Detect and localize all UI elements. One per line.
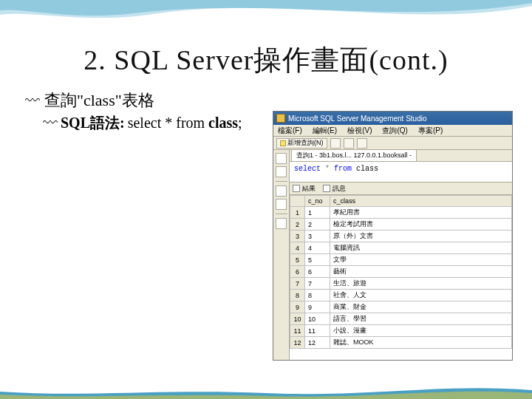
col-header-cclass[interactable]: c_class: [330, 196, 512, 207]
main-pane: 查詢1 - 3b1.bos.l... 127.0.0.1.booksall - …: [290, 150, 512, 360]
results-tab-messages[interactable]: 訊息: [323, 184, 346, 194]
bullet-icon: 〰: [25, 92, 40, 109]
bottom-wave-decoration: [0, 383, 532, 399]
window-title: Microsoft SQL Server Management Studio: [288, 115, 427, 123]
results-tabs: 結果 訊息: [290, 183, 512, 195]
query-tab[interactable]: 查詢1 - 3b1.bos.l... 127.0.0.1.booksall -: [291, 149, 417, 161]
tool-icon[interactable]: [276, 185, 287, 197]
cell-cno: 4: [305, 242, 330, 254]
sidebar: [273, 150, 290, 360]
row-number: 5: [290, 254, 305, 266]
sql-kw-select: select: [128, 115, 162, 131]
toolbar-icon[interactable]: [330, 138, 341, 149]
col-header-rownum[interactable]: [290, 196, 305, 207]
row-number: 4: [290, 242, 305, 254]
cell-cclass: 小說、漫畫: [330, 325, 512, 337]
cell-cno: 7: [305, 278, 330, 290]
new-query-label: 新增查詢(N): [287, 138, 324, 148]
table-row[interactable]: 1010語言、學習: [290, 313, 512, 325]
window-titlebar[interactable]: Microsoft SQL Server Management Studio: [273, 112, 512, 125]
editor-kw-select: select: [294, 165, 321, 173]
menu-edit[interactable]: 編輯(E): [313, 126, 337, 136]
cell-cno: 2: [305, 219, 330, 231]
slide-title: 2. SQL Server操作畫面(cont.): [22, 41, 510, 79]
new-query-button[interactable]: 新增查詢(N): [276, 138, 327, 149]
editor-ident: class: [356, 165, 378, 173]
row-number: 6: [290, 266, 305, 278]
table-row[interactable]: 77生活、旅遊: [290, 278, 512, 290]
tool-icon[interactable]: [276, 199, 287, 210]
table-row[interactable]: 99商業、財金: [290, 301, 512, 313]
messages-label: 訊息: [332, 184, 346, 194]
ssms-screenshot: Microsoft SQL Server Management Studio 檔…: [273, 111, 513, 361]
results-label: 結果: [302, 184, 316, 194]
table-row[interactable]: 55文學: [290, 254, 512, 266]
toolbar: 新增查詢(N): [273, 137, 512, 150]
cell-cno: 1: [305, 207, 330, 219]
cell-cno: 8: [305, 290, 330, 301]
row-number: 8: [290, 290, 305, 301]
cell-cclass: 孝紀用書: [330, 207, 512, 219]
cell-cclass: 雜誌、MOOK: [330, 337, 512, 349]
toolbar-icon[interactable]: [344, 138, 354, 149]
cell-cclass: 檢定考試用書: [330, 219, 512, 231]
table-row[interactable]: 88社會、人文: [290, 290, 512, 301]
menu-file[interactable]: 檔案(F): [278, 126, 302, 136]
cell-cno: 9: [305, 301, 330, 313]
sql-ident-class: class: [208, 115, 238, 131]
table-row[interactable]: 1212雜誌、MOOK: [290, 337, 512, 349]
table-row[interactable]: 66藝術: [290, 266, 512, 278]
cell-cno: 11: [305, 325, 330, 337]
sql-semicolon: ;: [238, 115, 242, 131]
cell-cclass: 文學: [330, 254, 512, 266]
row-number: 2: [290, 219, 305, 231]
editor-kw-from: from: [334, 165, 352, 173]
bullet-text: 查詢"class"表格: [44, 89, 154, 112]
cell-cno: 6: [305, 266, 330, 278]
menubar: 檔案(F) 編輯(E) 檢視(V) 查詢(Q) 專案(P): [273, 125, 512, 137]
tool-icon[interactable]: [276, 153, 287, 164]
cell-cclass: 社會、人文: [330, 290, 512, 301]
cell-cclass: 電腦資訊: [330, 242, 512, 254]
toolbar-icon[interactable]: [357, 138, 367, 149]
cell-cno: 3: [305, 231, 330, 242]
row-number: 7: [290, 278, 305, 290]
cell-cclass: 商業、財金: [330, 301, 512, 313]
row-number: 11: [290, 325, 305, 337]
table-row[interactable]: 11孝紀用書: [290, 207, 512, 219]
tabstrip: 查詢1 - 3b1.bos.l... 127.0.0.1.booksall -: [290, 150, 512, 162]
grid-icon: [293, 185, 300, 192]
cell-cclass: 生活、旅遊: [330, 278, 512, 290]
menu-view[interactable]: 檢視(V): [347, 126, 372, 136]
sub-bullet-icon: 〰: [43, 115, 58, 132]
col-header-cno[interactable]: c_no: [305, 196, 330, 207]
cell-cno: 5: [305, 254, 330, 266]
table-row[interactable]: 22檢定考試用書: [290, 219, 512, 231]
menu-project[interactable]: 專案(P): [418, 126, 443, 136]
tool-icon[interactable]: [276, 166, 287, 177]
row-number: 3: [290, 231, 305, 242]
results-tab-results[interactable]: 結果: [293, 184, 316, 194]
sql-kw-from: from: [176, 115, 205, 131]
sql-statement: select * from class;: [128, 115, 242, 132]
cell-cclass: 藝術: [330, 266, 512, 278]
row-number: 12: [290, 337, 305, 349]
table-row[interactable]: 1111小說、漫畫: [290, 325, 512, 337]
table-row[interactable]: 44電腦資訊: [290, 242, 512, 254]
new-icon: [280, 140, 286, 146]
row-number: 9: [290, 301, 305, 313]
separator: [276, 181, 287, 182]
results-grid[interactable]: c_no c_class 11孝紀用書22檢定考試用書33原（外）文書44電腦資…: [290, 195, 512, 360]
table-row[interactable]: 33原（外）文書: [290, 231, 512, 242]
menu-query[interactable]: 查詢(Q): [382, 126, 407, 136]
row-number: 1: [290, 207, 305, 219]
cell-cclass: 語言、學習: [330, 313, 512, 325]
app-icon: [276, 114, 285, 123]
cell-cno: 12: [305, 337, 330, 349]
tool-icon[interactable]: [276, 218, 287, 229]
separator: [276, 214, 287, 214]
message-icon: [323, 185, 330, 192]
row-number: 10: [290, 313, 305, 325]
sql-label: SQL語法:: [61, 113, 125, 133]
sql-editor[interactable]: select * from class: [290, 162, 512, 183]
